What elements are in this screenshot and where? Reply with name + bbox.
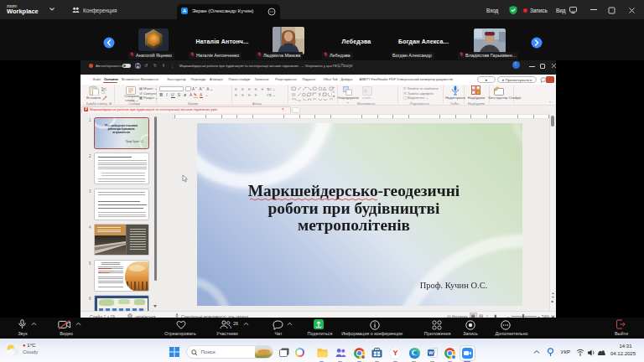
- svg-text:Маркшейдерсько-геодезичні: Маркшейдерсько-геодезичні: [248, 182, 460, 199]
- svg-text:роботи при будівництві: роботи при будівництві: [268, 199, 440, 217]
- svg-text:Проф. Кучин О.С.: Проф. Кучин О.С.: [420, 281, 488, 290]
- svg-text:W: W: [428, 350, 433, 355]
- svg-text:метрополітенів: метрополітенів: [298, 216, 410, 234]
